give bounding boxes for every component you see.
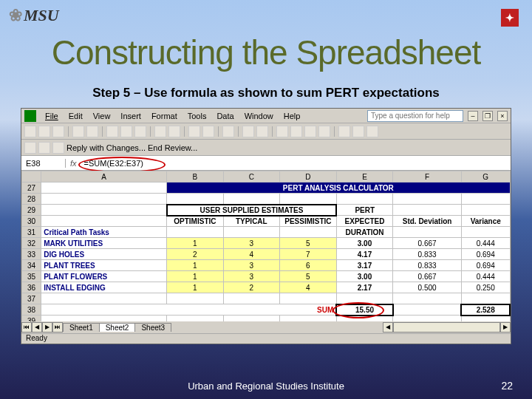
- table-row: 32MARK UTILITIES1353.000.6670.444: [22, 238, 511, 249]
- tab-scroll-prev[interactable]: ◀: [32, 322, 42, 332]
- tab-scroll-last[interactable]: ⏭: [52, 322, 63, 332]
- undo-icon[interactable]: [154, 126, 166, 137]
- corner-badge: ✦: [501, 9, 519, 27]
- table-row: 36INSTALL EDGING1242.170.5000.250: [22, 282, 511, 293]
- slide-number: 22: [501, 380, 513, 392]
- hscroll-right[interactable]: ▶: [500, 322, 511, 332]
- preview-icon[interactable]: [86, 126, 98, 137]
- chart-icon[interactable]: [222, 126, 234, 137]
- sheet-tab-bar: ⏮ ◀ ▶ ⏭ Sheet1 Sheet2 Sheet3 ◀ ▶: [21, 321, 511, 333]
- reviewing-toolbar: Reply with Changes... End Review...: [21, 140, 511, 156]
- align-left-icon[interactable]: [276, 126, 288, 137]
- formula-bar: E38 fx =SUM(E32:E37): [21, 156, 511, 171]
- align-right-icon[interactable]: [304, 126, 316, 137]
- help-search-input[interactable]: [367, 110, 463, 122]
- borders-icon[interactable]: [338, 126, 350, 137]
- table-row: 33DIG HOLES2474.170.8330.694: [22, 249, 511, 260]
- critical-path-label: Critical Path Tasks: [41, 227, 167, 238]
- menu-edit[interactable]: Edit: [64, 112, 87, 120]
- sheet-tab-3[interactable]: Sheet3: [134, 323, 171, 332]
- slide-title: Constructing the Spreadsheet: [0, 33, 532, 72]
- msu-logo: ❀MSU: [9, 6, 59, 25]
- open-icon[interactable]: [38, 126, 50, 137]
- formula-input[interactable]: =SUM(E32:E37): [81, 159, 511, 168]
- print-icon[interactable]: [72, 126, 84, 137]
- merge-icon[interactable]: [318, 126, 330, 137]
- menu-help[interactable]: Help: [279, 112, 305, 120]
- end-review-button[interactable]: End Review...: [148, 143, 197, 152]
- track-icon[interactable]: [52, 142, 64, 154]
- font-color-icon[interactable]: [366, 126, 378, 137]
- comment-icon[interactable]: [38, 142, 50, 154]
- menu-file[interactable]: File: [41, 112, 63, 120]
- reply-changes-button[interactable]: Reply with Changes...: [66, 143, 146, 152]
- sum-variance-cell: 2.528: [461, 304, 510, 316]
- tab-scroll-next[interactable]: ▶: [42, 322, 52, 332]
- slide-footer: Urban and Regional Studies Institute: [0, 381, 532, 392]
- align-center-icon[interactable]: [290, 126, 302, 137]
- menu-data[interactable]: Data: [212, 112, 238, 120]
- menu-bar: File Edit View Insert Format Tools Data …: [21, 109, 511, 123]
- underline-icon[interactable]: [256, 126, 268, 137]
- redo-icon[interactable]: [168, 126, 180, 137]
- copy-icon[interactable]: [120, 126, 132, 137]
- sum-label: SUM: [280, 304, 337, 316]
- save-icon[interactable]: [52, 126, 64, 137]
- standard-toolbar: [21, 123, 511, 140]
- sort-asc-icon[interactable]: [188, 126, 200, 137]
- user-supplied-header: USER SUPPLIED ESTIMATES: [167, 205, 337, 216]
- excel-icon[interactable]: [24, 110, 36, 122]
- menu-view[interactable]: View: [89, 112, 115, 120]
- new-icon[interactable]: [24, 126, 36, 137]
- restore-button[interactable]: ❐: [482, 111, 493, 121]
- cut-icon[interactable]: [106, 126, 118, 137]
- menu-window[interactable]: Window: [240, 112, 278, 120]
- name-box[interactable]: E38: [21, 159, 66, 168]
- sheet-tab-1[interactable]: Sheet1: [63, 323, 100, 332]
- tab-scroll-first[interactable]: ⏮: [21, 322, 32, 332]
- pert-title-cell: PERT ANALYSIS CALCULATOR: [167, 183, 510, 194]
- hscroll-left[interactable]: ◀: [383, 322, 393, 332]
- hscroll-track[interactable]: [393, 322, 500, 332]
- excel-window: File Edit View Insert Format Tools Data …: [21, 108, 511, 344]
- status-bar: Ready: [21, 333, 511, 344]
- paste-icon[interactable]: [134, 126, 146, 137]
- table-row: 34PLANT TREES1363.170.8330.694: [22, 260, 511, 271]
- sheet-tab-2[interactable]: Sheet2: [99, 323, 136, 332]
- table-row: 35PLANT FLOWERS1353.000.6670.444: [22, 271, 511, 282]
- slide-subtitle: Step 5 – Use formula as shown to sum PER…: [72, 86, 460, 100]
- menu-tools[interactable]: Tools: [183, 112, 211, 120]
- fill-color-icon[interactable]: [352, 126, 364, 137]
- sum-pert-cell: 15.50: [336, 304, 392, 316]
- cell-grid[interactable]: ABCDEFG 27PERT ANALYSIS CALCULATOR 28 29…: [21, 171, 511, 326]
- menu-insert[interactable]: Insert: [116, 112, 146, 120]
- review-icon[interactable]: [24, 142, 36, 154]
- minimize-button[interactable]: –: [468, 111, 478, 121]
- column-headers: ABCDEFG: [22, 171, 511, 183]
- fx-button[interactable]: fx: [66, 159, 81, 168]
- bold-icon[interactable]: [242, 126, 254, 137]
- close-button[interactable]: ×: [497, 111, 508, 121]
- menu-format[interactable]: Format: [147, 112, 182, 120]
- sort-desc-icon[interactable]: [202, 126, 214, 137]
